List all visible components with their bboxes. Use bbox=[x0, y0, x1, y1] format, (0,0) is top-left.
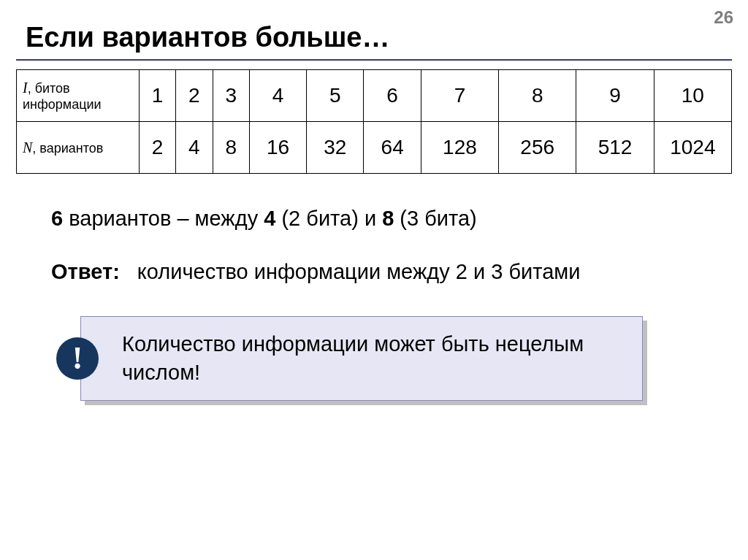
table-row: N, вариантов 2 4 8 16 32 64 128 256 512 … bbox=[17, 122, 732, 174]
answer-text: количество информации между 2 и 3 битами bbox=[137, 256, 697, 287]
cell: 2 bbox=[139, 122, 175, 174]
table-row: I, битов информации 1 2 3 4 5 6 7 8 9 10 bbox=[17, 70, 732, 122]
cell: 2 bbox=[176, 70, 213, 122]
cell: 9 bbox=[576, 70, 654, 122]
callout-text: Количество информации может быть нецелым… bbox=[122, 332, 584, 384]
answer-label: Ответ: bbox=[51, 256, 120, 287]
page-number: 26 bbox=[714, 7, 733, 28]
callout-box: ! Количество информации может быть нецел… bbox=[80, 316, 643, 401]
cell: 128 bbox=[421, 122, 498, 174]
cell: 8 bbox=[499, 70, 576, 122]
cell: 7 bbox=[421, 70, 498, 122]
callout: ! Количество информации может быть нецел… bbox=[80, 316, 643, 401]
info-table: I, битов информации 1 2 3 4 5 6 7 8 9 10… bbox=[16, 69, 732, 174]
cell: 6 bbox=[364, 70, 421, 122]
cell: 3 bbox=[213, 70, 249, 122]
cell: 1024 bbox=[654, 122, 731, 174]
cell: 256 bbox=[499, 122, 576, 174]
cell: 8 bbox=[213, 122, 249, 174]
cell: 4 bbox=[176, 122, 213, 174]
explanation-line: 6 вариантов – между 4 (2 бита) и 8 (3 би… bbox=[51, 204, 697, 233]
cell: 10 bbox=[654, 70, 731, 122]
row-header-bits: I, битов информации bbox=[17, 70, 140, 122]
cell: 5 bbox=[307, 70, 364, 122]
cell: 1 bbox=[139, 70, 175, 122]
answer-block: Ответ: количество информации между 2 и 3… bbox=[51, 256, 697, 287]
exclamation-icon: ! bbox=[56, 337, 99, 380]
cell: 64 bbox=[364, 122, 421, 174]
cell: 16 bbox=[249, 122, 306, 174]
cell: 32 bbox=[307, 122, 364, 174]
cell: 4 bbox=[249, 70, 306, 122]
title-underline bbox=[16, 59, 732, 61]
slide-title: Если вариантов больше… bbox=[26, 22, 748, 53]
cell: 512 bbox=[576, 122, 654, 174]
row-header-variants: N, вариантов bbox=[17, 122, 140, 174]
